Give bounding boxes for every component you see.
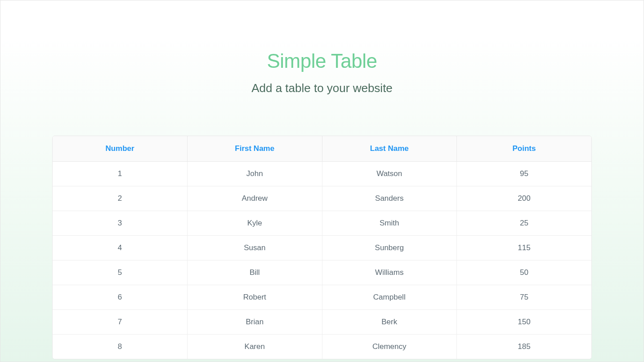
cell-first-name: Andrew (188, 186, 322, 211)
simple-table: Number First Name Last Name Points 1 Joh… (53, 136, 591, 359)
column-header-first-name: First Name (188, 136, 322, 162)
column-header-points: Points (457, 136, 592, 162)
cell-last-name: Berk (322, 310, 457, 335)
table-row: 3 Kyle Smith 25 (53, 211, 591, 236)
cell-points: 150 (457, 310, 592, 335)
cell-points: 95 (457, 162, 592, 186)
cell-last-name: Sunberg (322, 236, 457, 260)
cell-number: 1 (53, 162, 188, 186)
cell-last-name: Williams (322, 260, 457, 285)
table-row: 4 Susan Sunberg 115 (53, 236, 591, 260)
cell-points: 115 (457, 236, 592, 260)
table-row: 8 Karen Clemency 185 (53, 335, 591, 359)
cell-number: 4 (53, 236, 188, 260)
cell-first-name: Kyle (188, 211, 322, 236)
table-row: 1 John Watson 95 (53, 162, 591, 186)
cell-first-name: Robert (188, 285, 322, 310)
table-row: 5 Bill Williams 50 (53, 260, 591, 285)
cell-number: 8 (53, 335, 188, 359)
cell-first-name: Karen (188, 335, 322, 359)
cell-first-name: Susan (188, 236, 322, 260)
cell-number: 7 (53, 310, 188, 335)
column-header-last-name: Last Name (322, 136, 457, 162)
page-subtitle: Add a table to your website (251, 81, 393, 95)
page-container: Simple Table Add a table to your website… (0, 50, 644, 359)
cell-last-name: Clemency (322, 335, 457, 359)
cell-number: 6 (53, 285, 188, 310)
cell-number: 3 (53, 211, 188, 236)
cell-points: 200 (457, 186, 592, 211)
table-row: 2 Andrew Sanders 200 (53, 186, 591, 211)
table-row: 7 Brian Berk 150 (53, 310, 591, 335)
cell-last-name: Sanders (322, 186, 457, 211)
cell-points: 25 (457, 211, 592, 236)
cell-number: 5 (53, 260, 188, 285)
cell-points: 75 (457, 285, 592, 310)
table-body: 1 John Watson 95 2 Andrew Sanders 200 3 … (53, 162, 591, 359)
cell-first-name: John (188, 162, 322, 186)
cell-number: 2 (53, 186, 188, 211)
cell-last-name: Watson (322, 162, 457, 186)
column-header-number: Number (53, 136, 188, 162)
cell-last-name: Campbell (322, 285, 457, 310)
cell-first-name: Bill (188, 260, 322, 285)
cell-points: 50 (457, 260, 592, 285)
table-head: Number First Name Last Name Points (53, 136, 591, 162)
page-title: Simple Table (267, 50, 377, 72)
cell-points: 185 (457, 335, 592, 359)
table-header-row: Number First Name Last Name Points (53, 136, 591, 162)
cell-first-name: Brian (188, 310, 322, 335)
simple-table-wrapper: Number First Name Last Name Points 1 Joh… (52, 136, 592, 359)
cell-last-name: Smith (322, 211, 457, 236)
table-row: 6 Robert Campbell 75 (53, 285, 591, 310)
